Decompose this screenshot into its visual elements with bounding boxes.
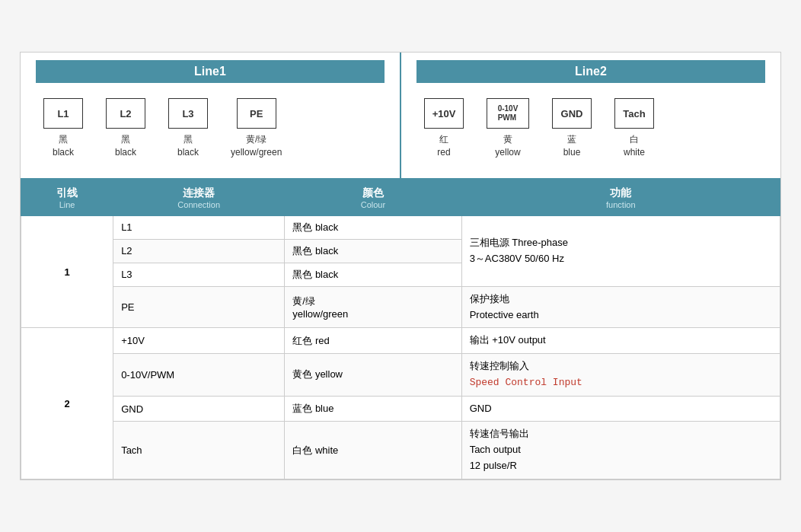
connector-box-tach: Tach	[614, 98, 654, 129]
cell-colour-L3: 黑色 black	[285, 263, 461, 286]
line1-header: Line1	[36, 60, 385, 83]
line2-header: Line2	[416, 60, 765, 83]
connector-label-tach: 白white	[624, 133, 645, 159]
connector-L2: L2 黑black	[106, 98, 145, 159]
table-row: 0-10V/PWM 黄色 yellow 转速控制输入Speed Control …	[21, 354, 780, 397]
cell-connection-L1: L1	[113, 215, 285, 239]
col-header-connection: 连接器 Connection	[113, 180, 285, 215]
cell-connection-pwm: 0-10V/PWM	[113, 354, 285, 397]
cell-connection-gnd: GND	[113, 396, 285, 422]
connector-label-L1: 黑black	[53, 133, 74, 159]
connector-L3: L3 黑black	[168, 98, 208, 159]
col-header-colour: 颜色 Colour	[285, 180, 461, 215]
group-label-1: 1	[21, 215, 113, 328]
connector-box-gnd: GND	[552, 98, 592, 129]
cell-colour-L2: 黑色 black	[285, 239, 461, 263]
connector-PE: PE 黄/绿yellow/green	[231, 98, 282, 159]
table-row: 1 L1 黑色 black 三相电源 Three-phase3～AC380V 5…	[21, 215, 780, 239]
cell-function-pwm: 转速控制输入Speed Control Input	[461, 354, 780, 397]
connector-box-10v: +10V	[424, 98, 464, 129]
connector-L1: L1 黑black	[43, 98, 83, 159]
cell-function-123: 三相电源 Three-phase3～AC380V 50/60 Hz	[461, 215, 780, 286]
cell-connection-L3: L3	[113, 263, 285, 286]
cell-colour-gnd: 蓝色 blue	[285, 396, 461, 422]
table-row: 2 +10V 红色 red 输出 +10V output	[21, 328, 780, 354]
cell-connection-PE: PE	[113, 286, 285, 328]
col-function-en: function	[470, 200, 772, 209]
connector-box-L2: L2	[106, 98, 145, 129]
cell-connection-L2: L2	[113, 239, 285, 263]
col-line-en: Line	[29, 200, 105, 209]
group-label-2: 2	[21, 328, 113, 479]
cell-function-gnd: GND	[461, 396, 780, 422]
main-table: 引线 Line 连接器 Connection 颜色 Colour 功能 func…	[21, 180, 780, 479]
connector-label-PE: 黄/绿yellow/green	[231, 133, 282, 159]
connector-pwm: 0-10VPWM 黄yellow	[487, 98, 529, 159]
col-header-function: 功能 function	[461, 180, 780, 215]
connector-label-gnd: 蓝blue	[563, 133, 581, 159]
col-colour-en: Colour	[292, 200, 453, 209]
connector-label-pwm: 黄yellow	[495, 133, 520, 159]
connector-box-pwm: 0-10VPWM	[487, 98, 529, 129]
connector-10v: +10V 红red	[424, 98, 464, 159]
col-colour-zh: 颜色	[292, 186, 453, 200]
col-connection-en: Connection	[121, 200, 276, 209]
cell-colour-pwm: 黄色 yellow	[285, 354, 461, 397]
connector-label-10v: 红red	[437, 133, 450, 159]
cell-function-PE: 保护接地Protective earth	[461, 286, 780, 328]
connector-box-L3: L3	[168, 98, 208, 129]
table-row: PE 黄/绿yellow/green 保护接地Protective earth	[21, 286, 780, 328]
table-row: GND 蓝色 blue GND	[21, 396, 780, 422]
col-header-line: 引线 Line	[21, 180, 113, 215]
cell-connection-10v: +10V	[113, 328, 285, 354]
col-connection-zh: 连接器	[121, 186, 276, 200]
connector-tach: Tach 白white	[614, 98, 654, 159]
diagram-row: Line1 L1 黑black L2 黑black L3 黑black PE 黄…	[21, 53, 780, 180]
speed-control-mono: Speed Control Input	[470, 377, 582, 388]
cell-colour-10v: 红色 red	[285, 328, 461, 354]
col-line-zh: 引线	[29, 186, 105, 200]
connector-label-L2: 黑black	[115, 133, 136, 159]
cell-colour-PE: 黄/绿yellow/green	[285, 286, 461, 328]
connector-gnd: GND 蓝blue	[552, 98, 592, 159]
main-container: Line1 L1 黑black L2 黑black L3 黑black PE 黄…	[20, 52, 781, 480]
cell-colour-tach: 白色 white	[285, 422, 461, 479]
connector-box-L1: L1	[43, 98, 83, 129]
line2-connectors: +10V 红red 0-10VPWM 黄yellow GND 蓝blue Tac…	[416, 94, 765, 163]
cell-colour-L1: 黑色 black	[285, 215, 461, 239]
connector-label-L3: 黑black	[177, 133, 199, 159]
cell-function-10v: 输出 +10V output	[461, 328, 780, 354]
table-row: Tach 白色 white 转速信号输出Tach output12 pulse/…	[21, 422, 780, 479]
connector-box-PE: PE	[237, 98, 276, 129]
line2-section: Line2 +10V 红red 0-10VPWM 黄yellow GND 蓝bl…	[401, 53, 780, 178]
cell-function-tach: 转速信号输出Tach output12 pulse/R	[461, 422, 780, 479]
line1-connectors: L1 黑black L2 黑black L3 黑black PE 黄/绿yell…	[36, 94, 385, 163]
line1-section: Line1 L1 黑black L2 黑black L3 黑black PE 黄…	[21, 53, 401, 178]
cell-connection-tach: Tach	[113, 422, 285, 479]
table-header-row: 引线 Line 连接器 Connection 颜色 Colour 功能 func…	[21, 180, 780, 215]
col-function-zh: 功能	[470, 186, 772, 200]
